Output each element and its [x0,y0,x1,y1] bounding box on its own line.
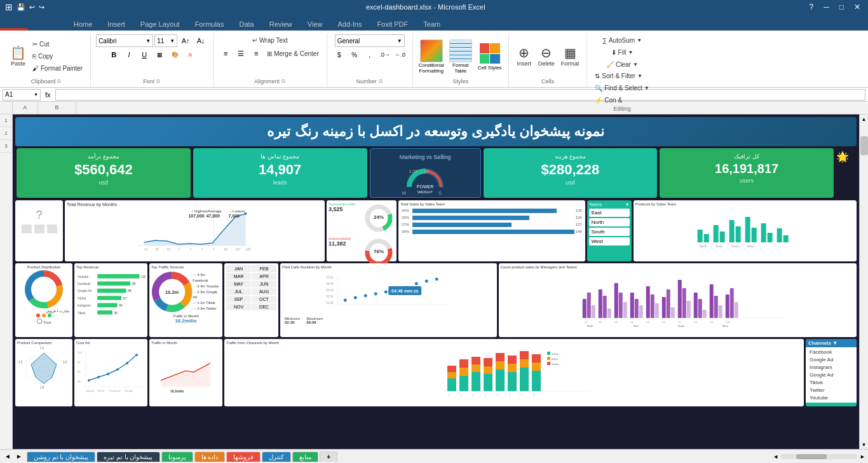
sheet-tab-plus[interactable]: + [320,452,337,462]
tab-foxit[interactable]: Foxit PDF [369,18,416,31]
team-south[interactable]: South [589,228,630,236]
tab-insert[interactable]: Insert [100,18,133,31]
tab-view[interactable]: View [300,18,330,31]
tab-formulas[interactable]: Formulas [187,18,232,31]
channel-googlead2[interactable]: Google Ad [807,371,855,378]
tab-team[interactable]: Team [416,18,448,31]
autosum-dropdown-icon[interactable]: ▼ [637,38,642,43]
align-right-button[interactable]: ≡ [249,47,263,60]
wrap-text-button[interactable]: ↵ Wrap Text [250,34,290,46]
format-painter-button[interactable]: 🖌 Format Painter [30,63,85,74]
channel-googlead[interactable]: Google Ad [807,356,855,363]
horizontal-scrollbar[interactable] [781,454,857,459]
font-decrease-button[interactable]: A↓ [194,34,208,47]
cut-button[interactable]: ✂ Cut [30,39,85,50]
con-amp-button[interactable]: ⚡ Con & [592,94,651,106]
channel-twitter[interactable]: Twitter [807,387,855,394]
month-jun[interactable]: JUN [252,280,276,287]
help-icon[interactable]: ? [807,3,817,11]
close-button[interactable]: ✕ [851,3,863,11]
tab-next-button[interactable]: ► [14,453,24,460]
scrollbar-down-button[interactable]: ▼ [862,440,867,449]
total-checkbox[interactable] [37,319,42,324]
team-north[interactable]: North [589,218,630,226]
percent-button[interactable]: % [348,48,362,61]
month-dec[interactable]: DEC [252,303,276,310]
bold-button[interactable]: B [107,48,121,61]
clear-button[interactable]: 🧹 Clear ▼ [604,59,641,70]
sort-dropdown-icon[interactable]: ▼ [637,73,642,79]
format-button[interactable]: ▦ Format [559,39,582,74]
paste-button[interactable]: 📋 Paste [8,39,29,74]
cell-styles-button[interactable]: Cell Styles [477,42,503,71]
tab-page-layout[interactable]: Page Layout [133,18,187,31]
team-west[interactable]: West [589,237,630,245]
currency-button[interactable]: $ [332,48,346,61]
sort-filter-button[interactable]: ⇅ Sort & Filter ▼ [592,70,651,81]
team-east[interactable]: East [589,209,630,217]
fill-dropdown-icon[interactable]: ▼ [628,50,633,55]
quick-undo-icon[interactable]: ↩ [29,3,35,11]
font-increase-button[interactable]: A↑ [179,34,193,47]
font-expand-icon[interactable]: ⊡ [156,79,161,84]
font-size-dropdown-icon[interactable]: ▼ [170,38,175,44]
tab-data[interactable]: Data [231,18,261,31]
conditional-formatting-button[interactable]: Conditional Formatting [418,39,445,74]
month-apr[interactable]: APR [252,273,276,280]
month-nov[interactable]: NOV [226,303,251,310]
sheet-tab-dark[interactable]: پیشخوان با تم تیره [97,452,159,462]
tab-addins[interactable]: Add-Ins [330,18,369,31]
sheet-tab-data[interactable]: داده ها [194,452,226,462]
month-jan[interactable]: JAN [226,265,251,272]
find-select-button[interactable]: 🔍 Find & Select ▼ [592,82,651,93]
channel-youtube[interactable]: Youtube [807,394,855,401]
insert-button[interactable]: ⊕ Insert [514,39,534,74]
sheet-tab-persona[interactable]: پرسونا [161,452,193,462]
channel-facebook[interactable]: Facebook [807,349,855,356]
number-format-dropdown-icon[interactable]: ▼ [397,38,402,44]
clear-dropdown-icon[interactable]: ▼ [633,62,638,67]
sheet-tab-sales[interactable]: فروشها [226,452,261,462]
merge-center-button[interactable]: ⊞ Merge & Center [264,48,322,59]
sheet-tab-control[interactable]: کنترل [262,452,291,462]
month-jul[interactable]: JUL [226,288,251,295]
font-name-dropdown-icon[interactable]: ▼ [146,38,151,44]
font-color-button[interactable]: A [183,48,197,61]
quick-save-icon[interactable]: 💾 [17,3,25,11]
fill-color-button[interactable]: 🎨 [168,48,182,61]
clipboard-expand-icon[interactable]: ⊡ [57,79,62,84]
find-dropdown-icon[interactable]: ▼ [644,85,649,91]
vertical-scrollbar[interactable]: ▲ ▼ [859,114,868,449]
align-left-button[interactable]: ≡ [219,47,233,60]
border-button[interactable]: ▦ [153,48,166,61]
sheet-tab-light[interactable]: پیشخوان با تم روشن [27,452,95,462]
autosum-button[interactable]: ∑ AutoSum ▼ [600,34,644,46]
channel-instagram[interactable]: Instagram [807,364,855,371]
delete-button[interactable]: ⊖ Delete [536,39,557,74]
formula-input[interactable] [55,89,865,100]
italic-button[interactable]: I [122,48,136,61]
increase-decimal-button[interactable]: .0→ [378,48,392,61]
comma-button[interactable]: , [363,48,377,61]
month-sep[interactable]: SEP [226,296,251,303]
alignment-expand-icon[interactable]: ⊡ [281,79,286,84]
maximize-button[interactable]: □ [837,3,846,11]
quick-redo-icon[interactable]: ↪ [39,3,44,11]
month-feb[interactable]: FEB [252,265,276,272]
tab-review[interactable]: Review [262,18,300,31]
number-expand-icon[interactable]: ⊡ [378,79,383,84]
month-aug[interactable]: AUG [252,288,276,295]
h-scrollbar-right-button[interactable]: ► [860,453,865,460]
decrease-decimal-button[interactable]: ←.0 [393,48,407,61]
underline-button[interactable]: U [137,48,151,61]
month-may[interactable]: MAY [226,280,251,287]
format-table-button[interactable]: Format Table [447,39,474,74]
name-box[interactable]: A1 ▼ [3,89,41,100]
minimize-button[interactable]: ─ [821,3,832,11]
number-format-box[interactable]: General ▼ [335,34,405,47]
scrollbar-thumb[interactable] [860,136,868,155]
month-oct[interactable]: OCT [252,296,276,303]
name-box-dropdown-icon[interactable]: ▼ [34,92,38,97]
fill-button[interactable]: ⬇ Fill ▼ [609,46,636,58]
sheet-tab-resources[interactable]: منابع [292,452,318,462]
